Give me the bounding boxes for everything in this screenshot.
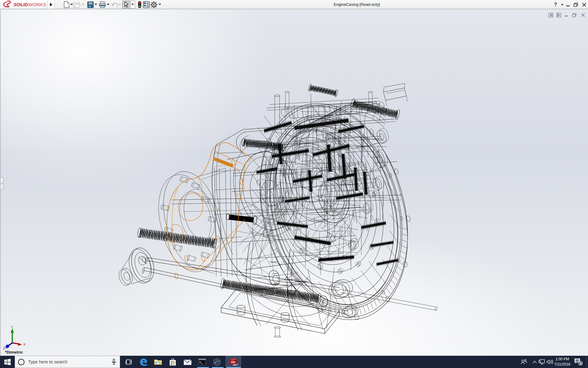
print-dropdown[interactable] xyxy=(107,4,109,6)
save-dropdown[interactable] xyxy=(95,4,97,6)
expand-right-icon xyxy=(556,13,561,17)
triad-z-label: Z xyxy=(3,346,5,350)
action-center-icon: 3 xyxy=(574,358,583,366)
new-document-button[interactable] xyxy=(63,1,70,8)
restore-icon xyxy=(574,3,578,7)
collapse-left-icon xyxy=(548,13,553,17)
solidworks-app-icon: SW 2017 xyxy=(229,357,238,366)
clock-date: 7/11/2018 xyxy=(553,362,571,367)
brand-solid: SOLID xyxy=(13,2,28,7)
close-icon xyxy=(582,3,586,7)
print-icon xyxy=(99,1,106,8)
people-icon xyxy=(521,359,527,365)
windows-taskbar: Type here to search xyxy=(0,356,588,368)
reference-triad: Y X Z xyxy=(2,325,36,350)
sw-year: 2017 xyxy=(233,363,238,366)
solidworks-app-button[interactable]: SW 2017 xyxy=(226,356,241,368)
save-icon xyxy=(87,2,94,8)
triad-y-label: Y xyxy=(11,325,13,329)
title-bar: SOLID WORKS EngineCasing [Read-only] xyxy=(0,0,588,9)
people-tray-button[interactable] xyxy=(520,356,528,368)
mail-button[interactable] xyxy=(180,356,195,368)
mail-icon xyxy=(183,358,192,365)
settings-button[interactable] xyxy=(150,1,157,8)
view-orientation-label: *Dimetric xyxy=(5,350,23,355)
save-button[interactable] xyxy=(87,1,94,8)
minimize-button[interactable] xyxy=(565,1,571,8)
ds-logo-icon xyxy=(4,1,10,7)
select-cursor-icon xyxy=(124,2,129,8)
options-list-icon xyxy=(143,1,150,8)
open-folder-icon xyxy=(73,2,81,8)
clock-time: 1:00 PM xyxy=(553,357,571,362)
command-prompt-icon xyxy=(198,358,206,365)
select-button[interactable] xyxy=(123,1,130,8)
feature-panel-collapsed-tab[interactable] xyxy=(1,177,3,190)
file-explorer-button[interactable] xyxy=(151,356,165,368)
performance-traffic-light-icon xyxy=(138,1,141,8)
help-button[interactable]: ? xyxy=(552,1,559,8)
select-dropdown[interactable] xyxy=(131,4,134,6)
new-document-icon xyxy=(64,1,70,8)
edrawings-icon xyxy=(213,358,221,366)
edge-button[interactable] xyxy=(136,356,151,368)
toolbar-flyout-button[interactable] xyxy=(48,0,55,9)
action-center-button[interactable]: 3 xyxy=(573,356,584,368)
doc-collapse-left-button[interactable] xyxy=(548,12,554,18)
new-document-dropdown[interactable] xyxy=(70,4,73,6)
windows-logo-icon xyxy=(4,359,11,365)
microphone-icon[interactable] xyxy=(112,359,116,365)
performance-button[interactable] xyxy=(136,1,143,8)
restore-button[interactable] xyxy=(572,1,579,8)
brand-works: WORKS xyxy=(28,2,46,7)
graphics-area[interactable]: Y X Z *Dimetric xyxy=(0,10,588,356)
print-button[interactable] xyxy=(99,1,106,8)
start-button[interactable] xyxy=(0,356,15,368)
store-icon xyxy=(169,358,176,366)
network-icon xyxy=(538,359,545,365)
volume-icon xyxy=(547,359,553,365)
settings-dropdown[interactable] xyxy=(159,4,161,6)
triad-x-label: X xyxy=(23,343,26,346)
edge-icon xyxy=(139,358,148,366)
help-dropdown[interactable] xyxy=(561,4,564,6)
taskbar-clock[interactable]: 1:00 PM 7/11/2018 xyxy=(553,356,571,368)
minimize-icon xyxy=(566,3,570,6)
doc-minimize-icon xyxy=(565,13,568,17)
window-title: EngineCasing [Read-only] xyxy=(126,0,588,9)
doc-minimize-button[interactable] xyxy=(564,12,570,18)
close-button[interactable] xyxy=(581,1,587,8)
undo-button[interactable] xyxy=(111,1,118,8)
command-prompt-button[interactable] xyxy=(195,356,209,368)
doc-close-button[interactable] xyxy=(580,12,586,18)
file-explorer-icon xyxy=(154,358,162,365)
open-dropdown[interactable] xyxy=(82,4,84,6)
open-button[interactable] xyxy=(73,1,81,8)
solidworks-logo: SOLID WORKS xyxy=(0,0,48,9)
edrawings-button[interactable] xyxy=(209,356,224,368)
chevron-up-icon xyxy=(533,361,537,363)
search-placeholder: Type here to search xyxy=(28,359,112,364)
show-desktop-button[interactable] xyxy=(586,356,588,368)
task-view-icon xyxy=(125,359,132,365)
doc-restore-button[interactable] xyxy=(571,12,577,18)
engine-casing-model[interactable] xyxy=(0,10,588,356)
doc-close-icon xyxy=(581,13,585,17)
flyout-arrow-icon xyxy=(50,3,53,6)
taskbar-search[interactable]: Type here to search xyxy=(15,356,120,368)
undo-dropdown[interactable] xyxy=(119,4,121,6)
network-tray-button[interactable] xyxy=(538,356,546,368)
panel-tab-knob-icon xyxy=(1,182,3,184)
volume-tray-button[interactable] xyxy=(546,356,554,368)
doc-restore-icon xyxy=(572,13,576,17)
store-button[interactable] xyxy=(165,356,180,368)
notification-badge: 3 xyxy=(580,362,582,365)
doc-expand-right-button[interactable] xyxy=(556,12,562,18)
task-view-button[interactable] xyxy=(121,356,136,368)
help-icon: ? xyxy=(554,2,557,7)
options-list-button[interactable] xyxy=(143,1,150,8)
cortana-icon xyxy=(18,359,24,365)
tray-overflow-button[interactable] xyxy=(531,356,538,368)
settings-gear-icon xyxy=(150,1,157,8)
undo-icon xyxy=(111,2,118,8)
